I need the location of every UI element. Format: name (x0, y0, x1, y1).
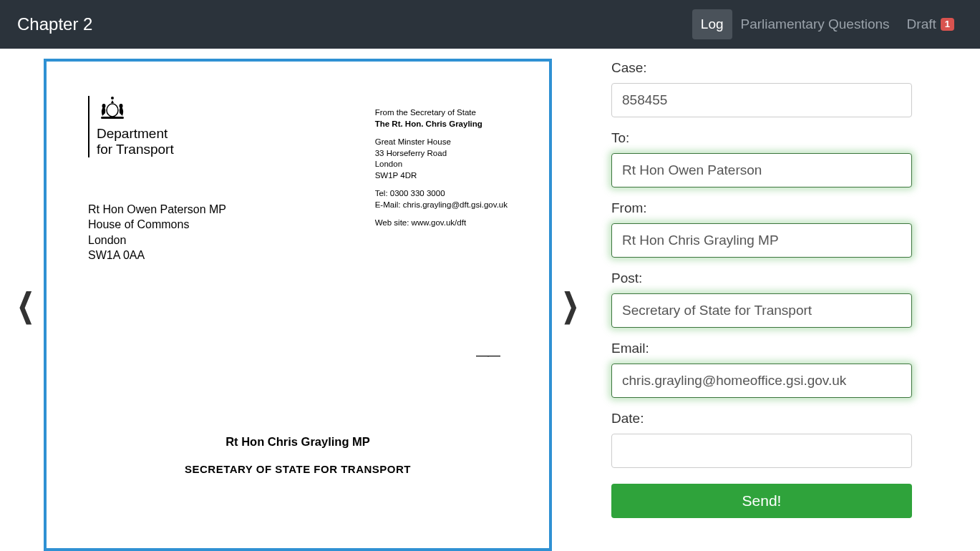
form-pane: Case: To: From: Post: Email: Date: Send! (611, 59, 912, 518)
case-input[interactable] (611, 83, 912, 117)
document-preview: Department for Transport From the Secret… (44, 59, 552, 551)
to-label: To: (611, 130, 912, 146)
navbar: Chapter 2 Log Parliamentary Questions Dr… (0, 0, 980, 49)
main-content: ❮ (0, 49, 980, 551)
from-input[interactable] (611, 223, 912, 258)
nav-item-label: Draft (907, 16, 936, 32)
email-input[interactable] (611, 364, 912, 398)
sender-address-3: London (375, 159, 508, 170)
nav-item-draft[interactable]: Draft 1 (898, 9, 963, 39)
navbar-brand[interactable]: Chapter 2 (17, 14, 92, 34)
nav-item-label: Log (701, 16, 724, 32)
post-label: Post: (611, 270, 912, 286)
date-input[interactable] (611, 434, 912, 468)
sender-tel: Tel: 0300 330 3000 (375, 188, 508, 200)
to-input[interactable] (611, 153, 912, 187)
svg-point-2 (102, 104, 106, 108)
crest-icon (97, 96, 128, 122)
date-label: Date: (611, 411, 912, 426)
department-block: Department for Transport (88, 96, 174, 157)
department-info: Department for Transport (97, 96, 174, 157)
sender-email: E-Mail: chris.grayling@dft.gsi.gov.uk (375, 200, 508, 211)
sender-address-2: 33 Horseferry Road (375, 148, 508, 160)
signer-post: SECRETARY OF STATE FOR TRANSPORT (88, 463, 508, 475)
nav-item-label: Parliamentary Questions (741, 16, 890, 32)
dash-mark: —— (476, 348, 499, 363)
nav-item-parliamentary-questions[interactable]: Parliamentary Questions (732, 9, 898, 39)
form-group-post: Post: (611, 270, 912, 328)
form-group-date: Date: (611, 411, 912, 468)
sender-block: From the Secretary of State The Rt. Hon.… (375, 107, 508, 229)
sender-intro: From the Secretary of State (375, 107, 508, 119)
sender-website: Web site: www.gov.uk/dft (375, 218, 508, 229)
department-divider (88, 96, 89, 157)
nav-item-log[interactable]: Log (692, 9, 732, 39)
navbar-nav: Log Parliamentary Questions Draft 1 (692, 9, 963, 39)
form-group-email: Email: (611, 341, 912, 398)
form-group-to: To: (611, 130, 912, 187)
svg-rect-4 (101, 117, 124, 119)
department-name: Department for Transport (97, 126, 174, 157)
recipient-postcode: SW1A 0AA (88, 248, 508, 263)
signer-name: Rt Hon Chris Grayling MP (88, 435, 508, 449)
sender-address-1: Great Minster House (375, 137, 508, 148)
sender-name: The Rt. Hon. Chris Grayling (375, 119, 508, 130)
nav-badge: 1 (941, 18, 954, 31)
svg-point-0 (107, 104, 118, 117)
case-label: Case: (611, 60, 912, 76)
document-pane: ❮ (13, 59, 583, 551)
post-input[interactable] (611, 293, 912, 328)
recipient-address-2: London (88, 233, 508, 248)
next-page-button[interactable]: ❯ (558, 286, 583, 324)
form-group-from: From: (611, 200, 912, 258)
send-button[interactable]: Send! (611, 484, 912, 518)
svg-point-3 (120, 104, 123, 108)
prev-page-button[interactable]: ❮ (13, 286, 38, 324)
from-label: From: (611, 200, 912, 216)
svg-point-1 (111, 97, 114, 99)
email-label: Email: (611, 341, 912, 356)
sender-address-4: SW1P 4DR (375, 170, 508, 182)
form-group-case: Case: (611, 60, 912, 117)
